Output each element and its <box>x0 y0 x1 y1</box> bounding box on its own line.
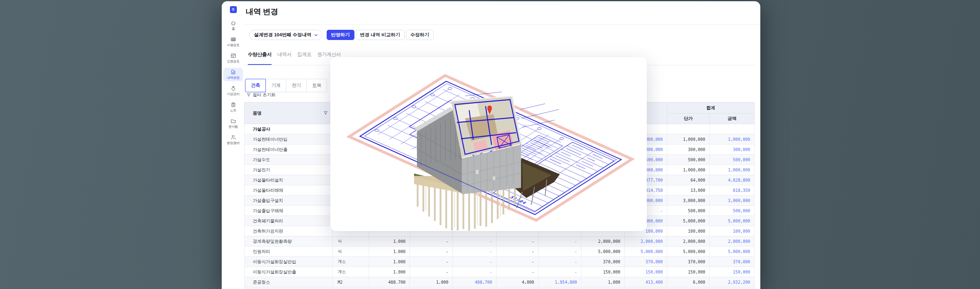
home-icon <box>231 20 236 26</box>
cell-t_amt: 3,000,000 <box>710 196 755 206</box>
sidebar-item-내역변경[interactable]: 내역변경 <box>223 68 243 81</box>
cell-unit: 개소 <box>333 257 369 267</box>
cell-name: 가설수도 <box>245 155 333 165</box>
cell-m_price: - <box>410 267 453 277</box>
cell-t_price <box>667 124 710 134</box>
revision-dropdown[interactable]: 설계변경 104번째 수정내역 <box>249 30 322 40</box>
cell-t_price: 5,000,000 <box>667 247 710 257</box>
sidebar-item-홈[interactable]: 홈 <box>223 19 243 32</box>
cell-l_price: - <box>497 267 539 277</box>
bim-model-preview-card[interactable]: S1-04 <box>330 57 647 231</box>
cell-empty <box>410 287 453 289</box>
cell-m_price: - <box>410 257 453 267</box>
cell-e_amt: 5,000,000 <box>625 247 667 257</box>
cell-t_price: 500,000 <box>667 206 710 216</box>
discipline-tab-전기[interactable]: 전기 <box>286 79 307 92</box>
compare-changes-button[interactable]: 변경 내역 비교하기 <box>356 30 405 40</box>
cell-empty <box>710 287 755 289</box>
cell-unit: 식 <box>333 247 369 257</box>
sidebar-item-label: 홈 <box>223 27 243 31</box>
cell-m_price: 1,000 <box>410 277 453 287</box>
discipline-tab-건축[interactable]: 건축 <box>245 79 266 92</box>
table-row[interactable]: 준공청소M2488.7001,000488,7004,0001,954,8001… <box>245 277 755 287</box>
cell-name: 민원처리 <box>245 247 333 257</box>
sidebar-item-기성관리[interactable]: 기성관리 <box>223 84 243 98</box>
funnel-icon[interactable] <box>323 111 328 116</box>
cell-name: 가설컨테이너반출 <box>245 144 333 155</box>
apply-button[interactable]: 반영하기 <box>327 30 354 40</box>
cell-empty <box>333 287 369 289</box>
table-row[interactable]: 민원처리식1.000----5,000,0005,000,0005,000,00… <box>245 247 755 257</box>
filter-reset-button[interactable]: 필터 초기화 <box>247 92 276 98</box>
cell-t_amt: 500,000 <box>710 206 755 216</box>
cell-l_amt: - <box>539 257 581 267</box>
cell-m_amt: - <box>453 236 497 247</box>
tab-내역서[interactable]: 내역서 <box>277 51 292 65</box>
cell-qty: 1.000 <box>369 267 410 277</box>
discipline-tab-토목[interactable]: 토목 <box>306 79 327 92</box>
cell-e_price: 150,000 <box>581 267 625 277</box>
cell-e_price: 370,000 <box>581 257 625 267</box>
cell-t_price: 5,000,000 <box>667 216 710 226</box>
cell-name: 가설전기 <box>245 165 333 175</box>
cell-unit: M2 <box>333 277 369 287</box>
cell-m_price: - <box>410 247 453 257</box>
toolbar: 설계변경 104번째 수정내역 반영하기 변경 내역 비교하기 수정하기 <box>249 30 434 40</box>
cell-l_price: - <box>497 257 539 267</box>
cell-t_price: 500,000 <box>667 155 710 165</box>
cell-t_price: 64,000 <box>667 175 710 185</box>
table-row <box>245 287 755 289</box>
floorplan-icon <box>231 53 236 58</box>
cell-empty <box>625 287 667 289</box>
cell-name: 이동식가설화장실반출 <box>245 267 333 277</box>
cell-t_price: 13,000 <box>667 185 710 196</box>
column-header-name[interactable]: 품명 <box>245 102 333 124</box>
cell-empty <box>497 287 539 289</box>
cell-e_amt: 2,000,000 <box>625 236 667 247</box>
cell-l_price: - <box>497 236 539 247</box>
app-window: S 홈수량검토도면검토내역변경기성관리노트문서함현장멤버 내역 변경 설계변경 … <box>222 1 760 289</box>
column-group-total[interactable]: 합계 <box>667 102 755 113</box>
discipline-tab-기계[interactable]: 기계 <box>265 79 286 92</box>
cell-t_price: 370,000 <box>667 257 710 267</box>
cell-t_amt: 1,000,000 <box>710 165 755 175</box>
folder-icon <box>231 118 236 124</box>
app-logo[interactable]: S <box>230 6 237 13</box>
sidebar-item-도면검토[interactable]: 도면검토 <box>223 51 243 65</box>
sidebar-item-수량검토[interactable]: 수량검토 <box>223 35 243 49</box>
cell-empty <box>667 287 710 289</box>
cell-e_amt: 150,000 <box>625 267 667 277</box>
sidebar-item-현장멤버[interactable]: 현장멤버 <box>223 133 243 147</box>
cell-t_amt: 150,000 <box>710 267 755 277</box>
tab-수량산출서[interactable]: 수량산출서 <box>248 51 272 65</box>
cell-m_amt: - <box>453 267 497 277</box>
cell-m_amt: - <box>453 257 497 267</box>
column-header-amount[interactable]: 금액 <box>710 113 755 124</box>
table-row[interactable]: 이동식가설화장실반입개소1.000----370,000370,000370,0… <box>245 257 755 267</box>
table-row[interactable]: 이동식가설화장실반출개소1.000----150,000150,000150,0… <box>245 267 755 277</box>
cell-name: 가설출입구해체 <box>245 206 333 216</box>
cell-l_price: - <box>497 247 539 257</box>
sidebar-item-문서함[interactable]: 문서함 <box>223 117 243 130</box>
cell-t_amt: 818,350 <box>710 185 755 196</box>
cell-l_amt: - <box>539 267 581 277</box>
cell-t_amt: 300,000 <box>710 144 755 155</box>
discipline-tabs: 건축기계전기토목 <box>245 79 327 92</box>
cell-e_price: 2,000,000 <box>581 236 625 247</box>
cell-name: 이동식가설화장실반입 <box>245 257 333 267</box>
column-header-unit-price[interactable]: 단가 <box>667 113 710 124</box>
edit-button[interactable]: 수정하기 <box>406 30 434 40</box>
cell-t_amt: 2,000,000 <box>710 236 755 247</box>
sidebar-item-label: 수량검토 <box>223 43 243 47</box>
cell-t_price: 1,000,000 <box>667 134 710 144</box>
sidebar-item-label: 문서함 <box>223 124 243 129</box>
sidebar-item-노트[interactable]: 노트 <box>223 100 243 114</box>
cell-unit: 개소 <box>333 267 369 277</box>
cell-unit: 식 <box>333 236 369 247</box>
cell-t_price: 6,000 <box>667 277 710 287</box>
tab-집계표[interactable]: 집계표 <box>297 51 312 65</box>
table-row[interactable]: 경계측량및현황측량식1.000----2,000,0002,000,0002,0… <box>245 236 755 247</box>
cell-t_price: 1,000,000 <box>667 165 710 175</box>
cell-name: 가설출입구설치 <box>245 196 333 206</box>
cell-m_amt: 488,700 <box>453 277 497 287</box>
